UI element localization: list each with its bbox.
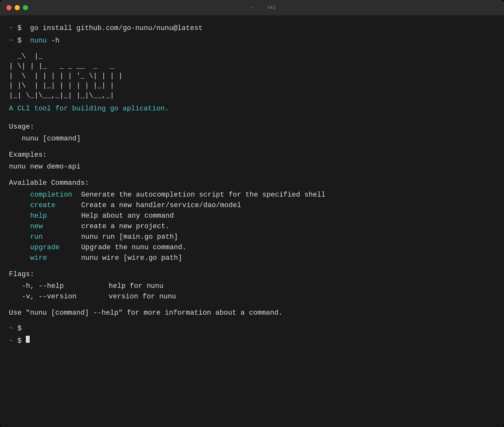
title-shortcut: ⌥⌘2 — [267, 5, 276, 11]
final-dollar-1: $ — [13, 323, 21, 334]
command-nunu: nunu — [30, 35, 47, 46]
footer-info: Use "nunu [command] --help" for more inf… — [9, 308, 495, 318]
final-tilde-1: ~ — [9, 323, 13, 334]
terminal-window: ~ ⌥⌘2 ~ $ go install github.com/go-nunu/… — [0, 0, 504, 427]
command-row-completion: completion Generate the autocompletion s… — [9, 190, 495, 200]
final-prompt-1: ~ $ — [9, 323, 495, 334]
command-name-new: new — [9, 221, 73, 232]
command-flag: -h — [47, 35, 60, 46]
prompt-dollar-2: $ — [13, 35, 30, 46]
usage-header: Usage: — [9, 122, 495, 132]
command-desc-upgrade: Upgrade the nunu command. — [73, 242, 186, 253]
close-button[interactable] — [6, 5, 11, 10]
terminal-body[interactable]: ~ $ go install github.com/go-nunu/nunu@l… — [0, 15, 504, 427]
examples-cmd: nunu new demo-api — [9, 161, 495, 172]
command-name-upgrade: upgrade — [9, 242, 73, 253]
command-row-help: help Help about any command — [9, 211, 495, 221]
command-row-new: new create a new project. — [9, 221, 495, 232]
prompt-tilde-1: ~ — [9, 23, 13, 34]
command-text-1: go install github.com/go-nunu/nunu@lates… — [30, 23, 203, 34]
command-name-run: run — [9, 232, 73, 242]
flag-row-help: -h, --help help for nunu — [9, 281, 495, 291]
usage-cmd: nunu [command] — [9, 133, 495, 144]
command-desc-new: create a new project. — [73, 221, 170, 232]
command-row-wire: wire nunu wire [wire.go path] — [9, 253, 495, 263]
flags-header: Flags: — [9, 269, 495, 280]
maximize-button[interactable] — [23, 5, 28, 10]
command-desc-create: Create a new handler/service/dao/model — [73, 200, 241, 211]
command-row-create: create Create a new handler/service/dao/… — [9, 200, 495, 211]
flag-desc-help: help for nunu — [92, 281, 163, 291]
minimize-button[interactable] — [15, 5, 20, 10]
ascii-art-block: _\ |_ | \| | |_ _ _ __ _ _ | \ | | | | |… — [9, 52, 495, 101]
command-desc-completion: Generate the autocompletion script for t… — [73, 190, 325, 200]
command-row-run: run nunu run [main.go path] — [9, 232, 495, 242]
flag-name-help: -h, --help — [22, 281, 92, 291]
examples-header: Examples: — [9, 150, 495, 160]
command-desc-help: Help about any command — [73, 211, 174, 221]
final-tilde-2: ~ — [9, 336, 13, 346]
tagline: A CLI tool for building go aplication. — [9, 103, 495, 114]
command-name-create: create — [9, 200, 73, 211]
command-desc-wire: nunu wire [wire.go path] — [73, 253, 182, 263]
title-tilde: ~ — [250, 5, 253, 11]
traffic-lights — [6, 5, 28, 10]
command-line-1: ~ $ go install github.com/go-nunu/nunu@l… — [9, 23, 495, 34]
command-line-2: ~ $ nunu -h — [9, 35, 495, 46]
final-dollar-2: $ — [13, 336, 26, 346]
cursor-blink — [26, 336, 30, 343]
title-bar: ~ ⌥⌘2 — [0, 0, 504, 15]
command-desc-run: nunu run [main.go path] — [73, 232, 178, 242]
final-prompt-2: ~ $ — [9, 336, 495, 346]
command-name-completion: completion — [9, 190, 73, 200]
flag-row-version: -v, --version version for nunu — [9, 291, 495, 302]
flag-desc-version: version for nunu — [92, 291, 176, 302]
flag-name-version: -v, --version — [22, 291, 92, 302]
commands-section: completion Generate the autocompletion s… — [9, 190, 495, 263]
command-name-wire: wire — [9, 253, 73, 263]
prompt-dollar-1: $ — [13, 23, 30, 34]
prompt-tilde-2: ~ — [9, 35, 13, 46]
command-row-upgrade: upgrade Upgrade the nunu command. — [9, 242, 495, 253]
command-name-help: help — [9, 211, 73, 221]
window-title: ~ ⌥⌘2 — [28, 5, 498, 11]
available-commands-header: Available Commands: — [9, 178, 495, 188]
flags-section: -h, --help help for nunu -v, --version v… — [9, 281, 495, 302]
